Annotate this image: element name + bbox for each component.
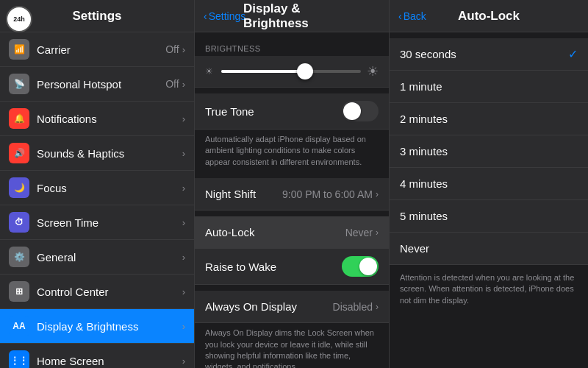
settings-item-hotspot[interactable]: 📡Personal HotspotOff›	[0, 67, 194, 102]
brightness-section-label: BRIGHTNESS	[195, 38, 389, 56]
autolock-item-label-3m: 3 minutes	[400, 145, 578, 158]
autolock-item-never[interactable]: Never	[390, 233, 588, 265]
autolock-item-label-30s: 30 seconds	[400, 48, 568, 60]
settings-item-label-homescreen: Home Screen	[37, 355, 182, 367]
brightness-sun-small-icon: ☀	[205, 66, 215, 77]
brightness-slider-thumb[interactable]	[297, 63, 313, 79]
logo-badge: 24h	[6, 6, 32, 32]
settings-item-icon-general: ⚙️	[9, 247, 29, 267]
night-shift-row[interactable]: Night Shift 9:00 PM to 6:00 AM ›	[195, 178, 389, 210]
autolock-item-2m[interactable]: 2 minutes	[390, 103, 588, 135]
night-shift-value: 9:00 PM to 6:00 AM	[282, 188, 373, 200]
settings-item-focus[interactable]: 🌙Focus›	[0, 171, 194, 205]
right-back-label: Back	[404, 10, 426, 22]
settings-item-general[interactable]: ⚙️General›	[0, 240, 194, 275]
settings-item-icon-displaybrightness: AA	[9, 316, 29, 336]
settings-item-icon-carrier: 📶	[9, 39, 29, 60]
autolock-item-5m[interactable]: 5 minutes	[390, 200, 588, 233]
settings-item-label-displaybrightness: Display & Brightness	[37, 320, 182, 333]
settings-item-chevron-icon-notifications: ›	[182, 113, 185, 124]
settings-item-carrier[interactable]: 📶CarrierOff›	[0, 32, 194, 67]
settings-item-chevron-icon-displaybrightness: ›	[182, 321, 185, 332]
autolock-note: Attention is detected when you are looki…	[390, 265, 588, 314]
brightness-slider-row[interactable]: ☀ ☀	[195, 56, 389, 88]
true-tone-toggle-knob	[343, 102, 361, 120]
true-tone-description: Automatically adapt iPhone display based…	[195, 130, 389, 172]
settings-item-notifications[interactable]: 🔔Notifications›	[0, 102, 194, 136]
brightness-slider-track[interactable]	[221, 70, 361, 73]
middle-content: BRIGHTNESS ☀ ☀ True Tone Automatically a…	[195, 32, 389, 368]
autolock-list: 30 seconds✓1 minute2 minutes3 minutes4 m…	[390, 38, 588, 265]
settings-item-icon-hotspot: 📡	[9, 74, 29, 94]
autolock-item-1m[interactable]: 1 minute	[390, 71, 588, 103]
settings-item-label-sounds: Sounds & Haptics	[37, 147, 182, 160]
raise-to-wake-row[interactable]: Raise to Wake	[195, 249, 389, 285]
settings-panel-left: 24h Settings 📶CarrierOff›📡Personal Hotsp…	[0, 0, 195, 368]
raise-to-wake-label: Raise to Wake	[205, 261, 342, 273]
back-chevron-icon: ‹	[204, 10, 207, 22]
settings-panel-middle: ‹ Settings Display & Brightness BRIGHTNE…	[195, 0, 390, 368]
autolock-item-label-5m: 5 minutes	[400, 210, 578, 222]
middle-header: ‹ Settings Display & Brightness	[195, 0, 389, 32]
settings-item-icon-sounds: 🔊	[9, 143, 29, 163]
autolock-item-label-1m: 1 minute	[400, 80, 578, 93]
left-header-title: Settings	[72, 9, 121, 24]
autolock-item-label-never: Never	[400, 242, 578, 255]
settings-list: 📶CarrierOff›📡Personal HotspotOff›🔔Notifi…	[0, 32, 194, 368]
middle-title: Display & Brightness	[243, 1, 340, 31]
settings-item-chevron-icon-controlcenter: ›	[182, 286, 185, 297]
settings-item-chevron-icon-carrier: ›	[182, 44, 185, 55]
settings-item-label-notifications: Notifications	[37, 113, 182, 125]
settings-item-chevron-icon-general: ›	[182, 252, 185, 263]
always-on-description: Always On Display dims the Lock Screen w…	[195, 323, 389, 368]
true-tone-label: True Tone	[205, 105, 342, 118]
settings-item-icon-focus: 🌙	[9, 177, 29, 198]
night-shift-chevron-icon: ›	[376, 189, 379, 199]
settings-item-value-carrier: Off	[165, 43, 179, 55]
auto-lock-chevron-icon: ›	[376, 227, 379, 238]
auto-lock-value: Never	[345, 227, 373, 238]
true-tone-row[interactable]: True Tone	[195, 93, 389, 130]
back-label: Settings	[209, 10, 246, 22]
settings-item-icon-screentime: ⏱	[9, 212, 29, 233]
settings-item-chevron-icon-focus: ›	[182, 183, 185, 194]
settings-item-chevron-icon-hotspot: ›	[182, 79, 185, 90]
auto-lock-row[interactable]: Auto-Lock Never ›	[195, 216, 389, 249]
settings-item-screentime[interactable]: ⏱Screen Time›	[0, 205, 194, 240]
settings-item-displaybrightness[interactable]: AADisplay & Brightness›	[0, 309, 194, 344]
right-back-button[interactable]: ‹ Back	[398, 10, 426, 22]
raise-to-wake-toggle[interactable]	[342, 256, 379, 277]
settings-item-label-general: General	[37, 251, 182, 263]
always-on-row[interactable]: Always On Display Disabled ›	[195, 291, 389, 323]
settings-item-icon-notifications: 🔔	[9, 108, 29, 129]
true-tone-toggle[interactable]	[342, 101, 379, 121]
settings-item-label-screentime: Screen Time	[37, 216, 182, 229]
autolock-item-30s[interactable]: 30 seconds✓	[390, 38, 588, 71]
settings-item-chevron-icon-homescreen: ›	[182, 355, 185, 367]
brightness-slider-fill	[221, 70, 305, 73]
settings-item-homescreen[interactable]: ⋮⋮Home Screen›	[0, 344, 194, 368]
settings-item-controlcenter[interactable]: ⊞Control Center›	[0, 275, 194, 309]
autolock-item-label-2m: 2 minutes	[400, 113, 578, 125]
settings-item-value-hotspot: Off	[165, 78, 179, 90]
right-header: ‹ Back Auto-Lock	[390, 0, 588, 32]
autolock-item-label-4m: 4 minutes	[400, 177, 578, 190]
middle-back-button[interactable]: ‹ Settings	[204, 10, 245, 22]
right-back-chevron-icon: ‹	[398, 10, 402, 22]
left-header: 24h Settings	[0, 0, 194, 32]
brightness-sun-large-icon: ☀	[367, 63, 379, 79]
autolock-item-4m[interactable]: 4 minutes	[390, 168, 588, 200]
settings-item-label-carrier: Carrier	[37, 43, 165, 56]
settings-item-label-controlcenter: Control Center	[37, 286, 182, 298]
right-title: Auto-Lock	[458, 9, 520, 24]
settings-item-sounds[interactable]: 🔊Sounds & Haptics›	[0, 136, 194, 171]
settings-item-label-focus: Focus	[37, 182, 182, 194]
always-on-label: Always On Display	[205, 300, 333, 313]
raise-to-wake-toggle-knob	[359, 258, 377, 275]
settings-item-label-hotspot: Personal Hotspot	[37, 78, 165, 91]
settings-items-container: 📶CarrierOff›📡Personal HotspotOff›🔔Notifi…	[0, 32, 194, 368]
autolock-item-3m[interactable]: 3 minutes	[390, 135, 588, 168]
settings-item-chevron-icon-sounds: ›	[182, 148, 185, 159]
settings-panel-right: ‹ Back Auto-Lock 30 seconds✓1 minute2 mi…	[390, 0, 588, 368]
settings-item-icon-homescreen: ⋮⋮	[9, 350, 29, 368]
